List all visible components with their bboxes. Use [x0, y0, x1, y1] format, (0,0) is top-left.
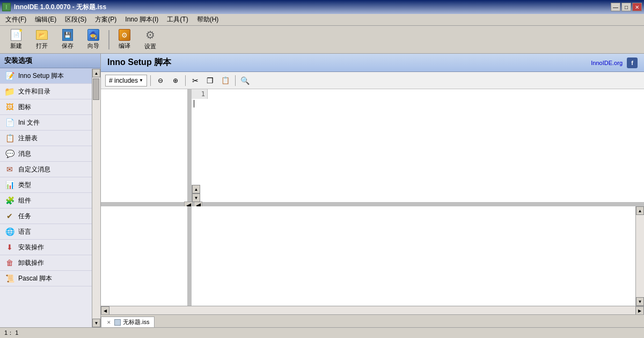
tab-label: 无标题.iss: [123, 318, 150, 326]
menu-item-plan[interactable]: 方案(P): [91, 14, 121, 25]
uninstall-ops-sidebar-icon: 🗑: [4, 257, 15, 268]
sidebar-item-inno-script[interactable]: 📝Inno Setup 脚本: [0, 68, 100, 84]
copy-button[interactable]: ❐: [204, 74, 217, 87]
new-icon: 📄★: [10, 29, 23, 41]
ini-sidebar-label: Ini 文件: [18, 118, 40, 127]
hscroll-left-button[interactable]: ◀: [101, 306, 109, 314]
sidebar-item-registry[interactable]: 📋注册表: [0, 131, 100, 146]
close-button[interactable]: ✕: [632, 3, 642, 11]
inno-script-sidebar-icon: 📝: [4, 70, 15, 81]
types-sidebar-icon: 📊: [4, 179, 15, 190]
wizard-toolbar-button[interactable]: 🧙向导: [82, 28, 105, 52]
sidebar-item-files-dirs[interactable]: 📁文件和目录: [0, 84, 100, 99]
bottom-vscroll-up[interactable]: ▲: [636, 206, 644, 215]
sidebar-item-tasks[interactable]: ✔任务: [0, 208, 100, 224]
sidebar-content: 📝Inno Setup 脚本📁文件和目录🖼图标📄Ini 文件📋注册表💬消息✉自定…: [0, 68, 100, 327]
open-label: 打开: [36, 42, 48, 50]
compile-icon: ⚙: [118, 29, 131, 41]
nav-prev-button[interactable]: ⊖: [154, 74, 167, 87]
window-title: InnoIDE 1.0.0.0070 - 无标题.iss: [14, 3, 106, 12]
text-cursor: [194, 100, 194, 107]
menu-item-file[interactable]: 文件(F): [1, 14, 31, 25]
pascal-sidebar-label: Pascal 脚本: [18, 274, 52, 283]
scrollbar-thumb[interactable]: [93, 78, 99, 100]
bottom-code-area[interactable]: [192, 206, 635, 306]
tab-close-button[interactable]: ✕: [106, 319, 112, 326]
save-icon: 💾: [61, 29, 74, 41]
sidebar-item-components[interactable]: 🧩组件: [0, 193, 100, 208]
panel-header: Inno Setup 脚本 InnoIDE.org f: [101, 54, 644, 72]
line-numbers: 1: [192, 89, 208, 99]
ini-sidebar-icon: 📄: [4, 117, 15, 128]
menu-item-section[interactable]: 区段(S): [61, 14, 91, 25]
install-ops-sidebar-icon: ⬇: [4, 242, 15, 253]
tab-bar: ✕ 无标题.iss: [101, 314, 644, 327]
code-content[interactable]: [192, 99, 644, 185]
sidebar-header: 安装选项: [0, 54, 100, 68]
sidebar-item-icons[interactable]: 🖼图标: [0, 99, 100, 115]
custom-msg-sidebar-label: 自定义消息: [18, 165, 50, 174]
scrollbar-down-button[interactable]: ▼: [92, 319, 100, 327]
types-sidebar-label: 类型: [18, 181, 31, 190]
sidebar-item-ini[interactable]: 📄Ini 文件: [0, 115, 100, 131]
inno-script-sidebar-label: Inno Setup 脚本: [18, 71, 64, 81]
new-toolbar-button[interactable]: 📄★新建: [4, 28, 28, 52]
scrollbar-up-button[interactable]: ▲: [92, 69, 100, 77]
menu-item-help[interactable]: 帮助(H): [193, 14, 223, 25]
vscroll-down-button[interactable]: ▼: [192, 193, 200, 202]
sidebar-item-uninstall-ops[interactable]: 🗑卸载操作: [0, 255, 100, 271]
components-sidebar-label: 组件: [18, 196, 31, 205]
top-editor-panel: 1 ▲ ▼: [101, 89, 644, 204]
includes-label: # includes: [109, 77, 138, 84]
save-toolbar-button[interactable]: 💾保存: [56, 28, 79, 52]
horizontal-scrollbar: ◀ ▶: [101, 306, 644, 314]
editor-tab[interactable]: ✕ 无标题.iss: [101, 317, 155, 327]
editor-toolbar-separator3: [235, 75, 236, 86]
panel-title: Inno Setup 脚本: [107, 57, 171, 68]
find-button[interactable]: 🔍: [239, 74, 252, 87]
includes-dropdown[interactable]: # includes ▼: [105, 75, 147, 87]
dropdown-arrow-icon: ▼: [139, 78, 143, 83]
menu-bar: 文件(F)编辑(E)区段(S)方案(P)Inno 脚本(I)工具(T)帮助(H): [0, 14, 644, 26]
files-dirs-sidebar-icon: 📁: [4, 86, 15, 97]
bottom-vscrollbar: ▲ ▼: [635, 206, 644, 306]
panel-header-right: InnoIDE.org f: [591, 57, 638, 68]
sidebar-item-custom-msg[interactable]: ✉自定义消息: [0, 162, 100, 177]
facebook-icon[interactable]: f: [627, 57, 638, 68]
sidebar-item-pascal[interactable]: 📜Pascal 脚本: [0, 271, 100, 286]
menu-item-edit[interactable]: 编辑(E): [31, 14, 61, 25]
icons-sidebar-icon: 🖼: [4, 102, 15, 112]
hscroll-right-button[interactable]: ▶: [635, 306, 644, 314]
sidebar-item-languages[interactable]: 🌐语言: [0, 224, 100, 240]
languages-sidebar-label: 语言: [18, 227, 31, 236]
messages-sidebar-label: 消息: [18, 149, 31, 159]
paste-button[interactable]: 📋: [219, 74, 232, 87]
innoid-link[interactable]: InnoIDE.org: [591, 60, 623, 66]
title-buttons: — □ ✕: [611, 3, 642, 11]
cut-button[interactable]: ✂: [189, 74, 202, 87]
custom-msg-sidebar-icon: ✉: [4, 164, 15, 175]
bottom-vscroll-down[interactable]: ▼: [636, 297, 644, 306]
registry-sidebar-label: 注册表: [18, 134, 38, 143]
menu-item-inno[interactable]: Inno 脚本(I): [121, 14, 163, 25]
status-text: 1： 1: [4, 329, 18, 337]
pascal-sidebar-icon: 📜: [4, 273, 15, 284]
open-toolbar-button[interactable]: 📂打开: [30, 28, 54, 52]
settings-toolbar-button[interactable]: ⚙设置: [138, 28, 162, 52]
sidebar-item-install-ops[interactable]: ⬇安装操作: [0, 240, 100, 255]
code-editor-area[interactable]: 1 ▲ ▼: [192, 89, 644, 202]
wizard-icon: 🧙: [87, 29, 100, 41]
menu-item-tools[interactable]: 工具(T): [163, 14, 192, 25]
nav-next-button[interactable]: ⊕: [169, 74, 182, 87]
settings-label: 设置: [144, 42, 156, 51]
maximize-button[interactable]: □: [621, 3, 631, 11]
bottom-vscroll-track: [636, 215, 644, 297]
vscroll-up-button[interactable]: ▲: [192, 185, 200, 193]
minimize-button[interactable]: —: [611, 3, 620, 11]
compile-toolbar-button[interactable]: ⚙编译: [113, 28, 136, 52]
scrollbar-track: [92, 77, 100, 319]
wizard-label: 向导: [87, 42, 99, 50]
sidebar-item-messages[interactable]: 💬消息: [0, 146, 100, 162]
sidebar-item-types[interactable]: 📊类型: [0, 177, 100, 193]
tab-file-icon: [114, 319, 121, 326]
